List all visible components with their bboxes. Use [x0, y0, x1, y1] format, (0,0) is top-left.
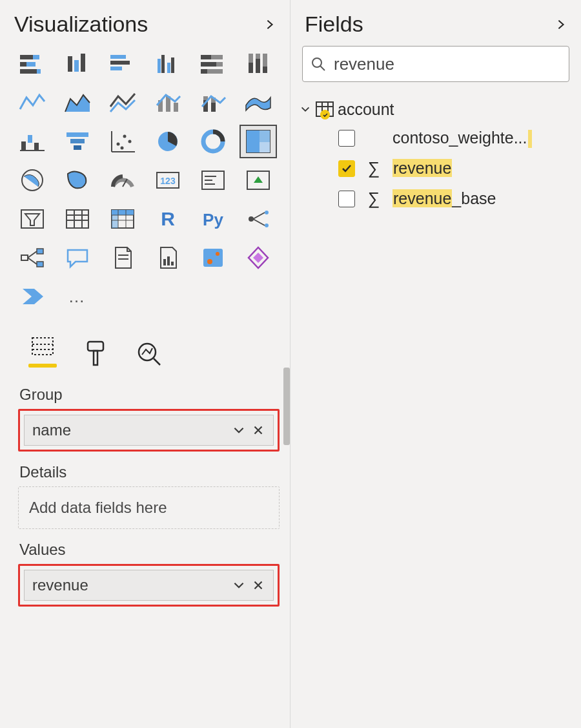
svg-rect-37 — [28, 135, 32, 143]
fields-search[interactable] — [302, 46, 569, 82]
svg-rect-18 — [201, 55, 211, 59]
fields-tab[interactable] — [28, 331, 57, 368]
svg-rect-26 — [256, 59, 260, 73]
viz-power-apps[interactable] — [240, 241, 277, 275]
group-field-pill[interactable]: name — [24, 415, 274, 446]
viz-slicer[interactable] — [14, 202, 51, 236]
svg-rect-94 — [203, 249, 223, 267]
field-checkbox[interactable] — [338, 130, 355, 147]
svg-point-104 — [312, 58, 321, 67]
viz-card[interactable]: 123 — [149, 163, 187, 197]
viz-table[interactable] — [59, 202, 96, 236]
group-well[interactable]: name — [18, 409, 280, 452]
viz-line-stacked-column[interactable] — [194, 86, 232, 120]
viz-treemap[interactable] — [240, 125, 277, 158]
field-revenue[interactable]: ∑ revenue — [338, 158, 575, 178]
svg-rect-84 — [21, 255, 28, 260]
viz-matrix[interactable] — [104, 202, 141, 236]
viz-line-clustered-column[interactable] — [149, 86, 187, 120]
remove-icon[interactable] — [251, 423, 265, 437]
svg-point-80 — [265, 211, 269, 214]
svg-rect-10 — [110, 55, 126, 59]
values-well[interactable]: revenue — [18, 564, 280, 607]
svg-rect-7 — [68, 56, 72, 72]
viz-clustered-bar[interactable] — [59, 47, 96, 81]
svg-line-83 — [253, 219, 265, 225]
svg-rect-53 — [260, 130, 270, 142]
field-checkbox[interactable] — [338, 191, 355, 207]
svg-point-48 — [120, 147, 123, 150]
fields-pane: Fields account contoso_weighte... ∑ reve… — [290, 0, 581, 728]
details-well[interactable]: Add data fields here — [18, 486, 280, 529]
viz-ribbon[interactable] — [240, 86, 277, 120]
remove-icon[interactable] — [251, 578, 265, 592]
viz-qa[interactable] — [59, 241, 96, 275]
collapse-icon[interactable] — [555, 19, 567, 30]
svg-rect-22 — [201, 69, 207, 74]
values-field-pill[interactable]: revenue — [24, 570, 274, 601]
format-tab[interactable] — [81, 339, 110, 368]
table-node-account[interactable]: account — [300, 96, 575, 122]
group-field-name: name — [32, 421, 71, 439]
search-input[interactable] — [332, 54, 561, 75]
svg-point-46 — [123, 135, 126, 138]
svg-rect-85 — [37, 249, 43, 254]
viz-funnel[interactable] — [59, 125, 96, 158]
viz-line[interactable] — [14, 86, 51, 120]
viz-paginated[interactable] — [104, 241, 141, 275]
field-contoso-weighted[interactable]: contoso_weighte... — [338, 129, 575, 148]
viz-donut[interactable] — [194, 125, 232, 158]
viz-key-influencers[interactable] — [240, 202, 277, 236]
svg-rect-2 — [20, 62, 26, 67]
svg-line-105 — [320, 66, 325, 70]
field-wells: Group name Details Add data fields here … — [0, 368, 290, 607]
collapse-icon[interactable] — [264, 19, 276, 30]
viz-stacked-column-100[interactable] — [240, 47, 277, 81]
viz-clustered-column[interactable] — [149, 47, 187, 81]
svg-rect-14 — [161, 55, 165, 73]
svg-rect-52 — [247, 130, 260, 152]
svg-rect-20 — [201, 62, 216, 67]
viz-area[interactable] — [59, 86, 96, 120]
viz-stacked-area[interactable] — [104, 86, 141, 120]
viz-more[interactable]: … — [59, 280, 96, 313]
svg-point-102 — [139, 344, 156, 360]
viz-stacked-bar[interactable] — [14, 47, 51, 81]
filter-applied-badge — [320, 110, 330, 120]
viz-arcgis[interactable] — [194, 241, 232, 275]
viz-map[interactable] — [14, 163, 51, 197]
viz-scatter[interactable] — [104, 125, 141, 158]
fields-header: Fields — [290, 0, 581, 41]
svg-rect-31 — [174, 103, 178, 112]
viz-python-visual[interactable]: Py — [194, 202, 232, 236]
svg-rect-36 — [21, 141, 26, 151]
viz-report-page[interactable] — [149, 241, 187, 275]
analytics-tab[interactable] — [134, 339, 163, 368]
viz-waterfall[interactable] — [14, 125, 51, 158]
viz-pie[interactable] — [149, 125, 187, 158]
chevron-down-icon[interactable] — [232, 423, 246, 437]
svg-rect-38 — [34, 143, 39, 151]
svg-rect-15 — [167, 63, 170, 73]
viz-filled-map[interactable] — [59, 163, 96, 197]
field-checkbox[interactable] — [338, 160, 355, 177]
scrollbar-thumb[interactable] — [283, 368, 290, 445]
sigma-icon: ∑ — [367, 158, 381, 178]
svg-rect-12 — [110, 67, 122, 70]
viz-r-visual[interactable]: R — [149, 202, 187, 236]
svg-rect-24 — [249, 63, 253, 73]
viz-multi-row-card[interactable] — [194, 163, 232, 197]
chevron-down-icon[interactable] — [232, 578, 246, 592]
viz-kpi[interactable] — [240, 163, 277, 197]
viz-type-grid: 123 R Py … — [0, 41, 290, 313]
field-label: revenue_base — [392, 189, 496, 208]
svg-point-95 — [207, 259, 212, 264]
svg-rect-34 — [211, 103, 216, 112]
field-revenue-base[interactable]: ∑ revenue_base — [338, 189, 575, 209]
viz-decomposition-tree[interactable] — [14, 241, 51, 275]
viz-stacked-column[interactable] — [104, 47, 141, 81]
viz-stacked-bar-100[interactable] — [194, 47, 232, 81]
svg-rect-0 — [20, 55, 33, 59]
viz-power-automate[interactable] — [14, 280, 51, 313]
viz-gauge[interactable] — [104, 163, 141, 197]
